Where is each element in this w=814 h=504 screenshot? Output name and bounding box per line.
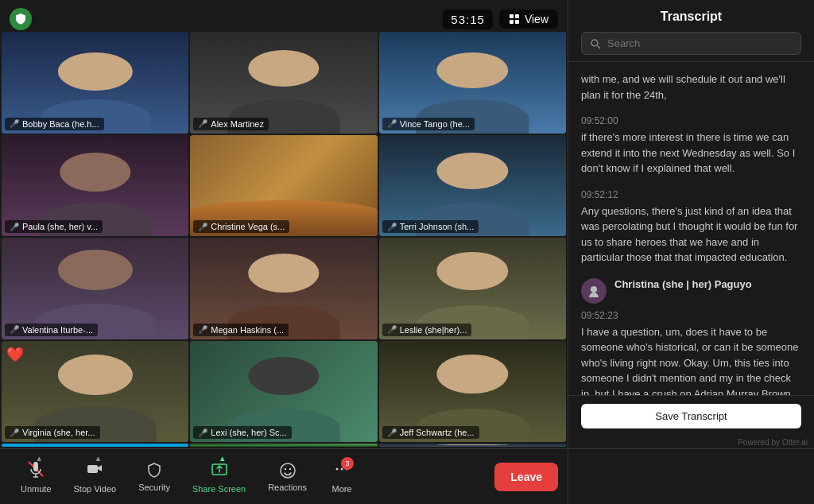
mute-icon: 🎤 — [198, 428, 207, 437]
main-content: 53:15 View — [0, 0, 814, 448]
unmute-button[interactable]: ▲ Unmute — [10, 460, 63, 494]
top-right-controls: 53:15 View — [443, 10, 558, 29]
leave-button[interactable]: Leave — [494, 463, 558, 491]
transcript-entry-2: 09:52:12 Any questions, there's just kin… — [581, 189, 801, 266]
tile-label-leslie: 🎤 Leslie (she|her)... — [382, 324, 472, 336]
stop-video-icon-wrapper: ▲ — [86, 460, 103, 481]
unmute-label: Unmute — [21, 484, 52, 494]
video-tile-paula: 🎤 Paula (she, her) v... — [2, 135, 188, 237]
view-label: View — [525, 13, 548, 25]
transcript-header: Transcript — [568, 0, 814, 62]
share-screen-icon-wrapper: ▲ — [211, 460, 228, 481]
transcript-title: Transcript — [581, 10, 801, 24]
transcript-toolbar-section — [568, 449, 814, 504]
video-tile-valentina: 🎤 Valentina Iturbe-... — [2, 238, 188, 339]
svg-point-16 — [336, 467, 339, 470]
transcript-text-1: if there's more interest in there is tim… — [581, 130, 801, 176]
tile-label-virginia: 🎤 Virginia (she, her... — [5, 426, 100, 439]
transcript-text-2: Any questions, there's just kind of an i… — [581, 204, 801, 266]
mute-icon: 🎤 — [198, 325, 207, 334]
mute-icon: 🎤 — [387, 428, 397, 437]
tile-label-vince: 🎤 Vince Tango (he... — [382, 118, 475, 130]
share-chevron[interactable]: ▲ — [219, 454, 227, 463]
video-tile-christina: on Adrian Murray Brown, and she is an au… — [2, 444, 188, 447]
mute-icon: 🎤 — [10, 119, 19, 128]
microphone-muted-icon — [27, 460, 45, 478]
mute-icon: 🎤 — [387, 223, 397, 231]
svg-rect-0 — [510, 14, 514, 18]
more-label: More — [332, 484, 352, 494]
video-area: 53:15 View — [0, 0, 568, 448]
reactions-button[interactable]: Reactions — [257, 462, 318, 492]
tile-label-megan: 🎤 Megan Haskins (... — [193, 324, 289, 336]
video-tile-jeff: 🎤 Jeff Schwartz (he... — [379, 341, 566, 443]
search-icon — [590, 38, 601, 49]
speaker-name-3: Christina (she | her) Paguyo — [614, 278, 752, 290]
video-tile-alex: 🎤 Alex Martinez — [190, 32, 377, 134]
tile-label-alex: 🎤 Alex Martinez — [193, 118, 269, 130]
svg-point-15 — [289, 467, 290, 469]
toolbar: ▲ Unmute ▲ Stop Video Security — [0, 449, 568, 504]
video-tile-vince: 🎤 Vince Tango (he... — [379, 32, 566, 134]
bottom-area: ▲ Unmute ▲ Stop Video Security — [0, 448, 814, 504]
svg-rect-3 — [515, 20, 519, 24]
mute-icon: 🎤 — [10, 325, 19, 334]
meeting-timer: 53:15 — [443, 10, 493, 29]
tile-label-bobby: 🎤 Bobby Baca (he.h... — [5, 118, 104, 130]
video-tile-christine-h: 🎤 Christine (she.he... — [190, 444, 377, 447]
more-button[interactable]: 3 More — [318, 460, 366, 494]
svg-rect-1 — [515, 14, 519, 18]
video-tile-leslie: 🎤 Leslie (she|her)... — [379, 238, 566, 339]
svg-rect-11 — [87, 465, 98, 473]
save-transcript-button[interactable]: Save Transcript — [581, 404, 801, 428]
video-chevron[interactable]: ▲ — [94, 454, 102, 463]
svg-line-5 — [598, 45, 601, 48]
video-tile-lexi: 🎤 Lexi (she, her) Sc... — [190, 341, 377, 443]
mute-icon: 🎤 — [10, 428, 19, 437]
unmute-chevron[interactable]: ▲ — [35, 454, 43, 463]
tile-label-lexi: 🎤 Lexi (she, her) Sc... — [193, 426, 291, 439]
heart-reaction: ❤️ — [6, 346, 24, 363]
video-tile-virginia: ❤️ 🎤 Virginia (she, her... — [2, 341, 188, 443]
share-screen-button[interactable]: ▲ Share Screen — [181, 460, 257, 494]
svg-point-4 — [591, 40, 598, 46]
mute-icon: 🎤 — [387, 119, 397, 128]
security-button[interactable]: Security — [127, 462, 181, 492]
video-tile-amelia: 🎤 Amelia (she, her)... — [379, 444, 566, 447]
svg-point-6 — [591, 286, 597, 293]
search-bar[interactable] — [581, 32, 801, 55]
security-icon — [145, 462, 163, 479]
otter-brand: Powered by Otter.ai — [568, 436, 814, 448]
svg-point-13 — [281, 463, 295, 478]
unmute-icon-wrapper: ▲ — [27, 460, 45, 481]
transcript-text-0: with me, and we will schedule it out and… — [581, 72, 801, 103]
share-screen-icon — [211, 460, 228, 478]
transcript-content: with me, and we will schedule it out and… — [568, 62, 814, 395]
share-screen-label: Share Screen — [192, 484, 246, 494]
speaker-avatar-3 — [581, 278, 607, 304]
svg-rect-2 — [510, 20, 514, 24]
mute-icon: 🎤 — [10, 223, 19, 231]
video-tile-bobby: 🎤 Bobby Baca (he.h... — [2, 32, 188, 134]
mute-icon: 🎤 — [198, 119, 207, 128]
shield-icon — [10, 8, 32, 30]
transcript-time-2: 09:52:12 — [581, 189, 801, 200]
transcript-text-3: I have a question, um, does it have to b… — [581, 324, 801, 396]
video-icon — [86, 460, 103, 478]
transcript-panel: Transcript with me, and we will schedule… — [568, 0, 814, 448]
tile-label-terri: 🎤 Terri Johnson (sh... — [382, 220, 479, 233]
stop-video-button[interactable]: ▲ Stop Video — [63, 460, 128, 494]
video-grid: 🎤 Bobby Baca (he.h... 🎤 Alex Martinez — [0, 0, 568, 448]
reactions-icon — [279, 462, 297, 479]
view-button[interactable]: View — [499, 10, 558, 29]
transcript-entry-0: with me, and we will schedule it out and… — [581, 72, 801, 103]
tile-label-jeff: 🎤 Jeff Schwartz (he... — [382, 426, 479, 439]
tile-label-valentina: 🎤 Valentina Iturbe-... — [5, 324, 98, 336]
video-tile-terri: 🎤 Terri Johnson (sh... — [379, 135, 566, 237]
transcript-time-3: 09:52:23 — [581, 310, 801, 321]
transcript-time-1: 09:52:00 — [581, 115, 801, 126]
caption-overlay: on Adrian Murray Brown, and she is an au… — [3, 444, 187, 445]
speaker-block-3: Christina (she | her) Paguyo — [581, 278, 801, 304]
tile-label-paula: 🎤 Paula (she, her) v... — [5, 220, 103, 233]
search-input[interactable] — [607, 37, 793, 49]
